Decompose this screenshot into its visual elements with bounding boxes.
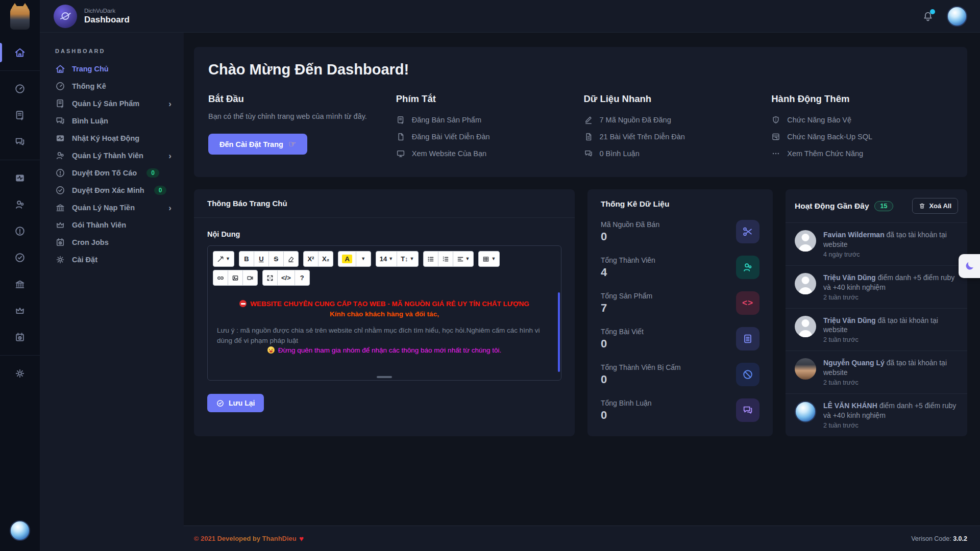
get-started-column: Bắt Đầu Bạn có thể tùy chỉnh trang web c… xyxy=(208,93,390,162)
sidebar-item-quan-ly-nap-tien[interactable]: Quản Lý Nạp Tiền › xyxy=(55,199,172,216)
shortcut-dang-ban-san-pham[interactable]: Đăng Bán Sản Phẩm xyxy=(396,111,578,128)
announcement-card-title: Thông Báo Trang Chủ xyxy=(194,189,575,218)
brand: DichVuDark Dashboard xyxy=(84,8,130,25)
cat-avatar[interactable] xyxy=(10,6,30,30)
eraser-button[interactable] xyxy=(283,251,299,267)
clear-all-button[interactable]: Xoá All xyxy=(912,198,958,214)
announcement-card: Thông Báo Trang Chủ Nội Dung ▼ xyxy=(194,189,575,436)
fullscreen-icon xyxy=(266,274,274,282)
footer: © 2021 Developed by ThanhDieu ♥ Verison … xyxy=(184,525,980,551)
rail-gauge-icon[interactable] xyxy=(0,76,40,102)
app-root: DichVuDark Dashboard DASHBOARD Trang Chủ xyxy=(0,0,980,551)
get-started-description: Bạn có thể tùy chỉnh trang web của mình … xyxy=(208,111,390,121)
superscript-button[interactable]: X² xyxy=(303,251,318,267)
activity-item: Triệu Văn Dũng đã tạo tài khoản tại webs… xyxy=(786,308,967,351)
activity-item: Nguyễn Quang Lý đã tạo tài khoản tại web… xyxy=(786,350,967,393)
sidebar-item-duyet-don-xac-minh[interactable]: Duyệt Đơn Xác Minh 0 xyxy=(55,182,172,199)
rail-check-icon[interactable] xyxy=(0,244,40,271)
strikethrough-button[interactable]: S xyxy=(268,251,284,267)
sidebar-item-cai-dat[interactable]: Cài Đặt xyxy=(55,251,172,268)
video-button[interactable] xyxy=(242,270,258,286)
sidebar-item-thong-ke[interactable]: Thống Kê xyxy=(55,78,172,95)
shortcut-dang-bai-viet[interactable]: Đăng Bài Viết Diễn Đàn xyxy=(396,128,578,145)
action-bao-ve[interactable]: Chức Năng Bảo Vệ xyxy=(771,111,953,128)
heart-icon: ♥ xyxy=(299,534,304,543)
editor-resize-handle[interactable] xyxy=(377,376,392,378)
link-icon xyxy=(217,274,224,282)
users-icon xyxy=(55,151,65,161)
ordered-list-button[interactable] xyxy=(438,251,453,267)
action-backup-sql[interactable]: Chức Năng Back-Up SQL xyxy=(771,128,953,145)
bold-button[interactable]: B xyxy=(239,251,254,267)
font-color-dropdown[interactable]: ▼ xyxy=(356,251,371,267)
winking-face-icon xyxy=(267,346,275,354)
sidebar-item-goi-thanh-vien[interactable]: Gói Thành Viên xyxy=(55,216,172,234)
help-button[interactable]: ? xyxy=(295,270,310,286)
sidebar-item-binh-luan[interactable]: Bình Luận xyxy=(55,112,172,130)
sidebar-item-quan-ly-san-pham[interactable]: Quản Lý Sản Phẩm › xyxy=(55,95,172,112)
rail-alert-icon[interactable] xyxy=(0,218,40,244)
code-view-button[interactable]: </> xyxy=(277,270,295,286)
alert-icon xyxy=(55,168,65,178)
rail-calendar-icon[interactable] xyxy=(0,324,40,350)
check-circle-icon xyxy=(216,399,224,407)
image-button[interactable] xyxy=(228,270,243,286)
avatar xyxy=(795,316,816,337)
announcement-line-4: Đừng quên tham gia nhóm để nhận các thôn… xyxy=(217,345,552,356)
editor-scrollbar[interactable] xyxy=(558,292,560,372)
no-entry-icon xyxy=(239,300,247,307)
sidebar-item-quan-ly-thanh-vien[interactable]: Quản Lý Thành Viên › xyxy=(55,147,172,164)
editor-content[interactable]: WEBSITE CHUYÊN CUNG CẤP TẠO WEB - MÃ NGU… xyxy=(208,291,561,373)
sidebar-item-duyet-don-to-cao[interactable]: Duyệt Đơn Tố Cáo 0 xyxy=(55,164,172,182)
welcome-card: Chào Mừng Đến Dashboard! Bắt Đầu Bạn có … xyxy=(194,47,967,177)
save-button[interactable]: Lưu Lại xyxy=(207,394,264,412)
quick-data-ma-nguon[interactable]: 7 Mã Nguồn Đã Đăng xyxy=(584,111,766,128)
go-to-settings-button[interactable]: Đến Cài Đặt Trang ☞ xyxy=(208,134,307,155)
product-icon xyxy=(55,98,65,109)
code-icon: <> xyxy=(736,291,760,315)
activity-item: Favian Wilderman đã tạo tài khoản tại we… xyxy=(786,222,967,265)
home-icon xyxy=(55,64,65,74)
rail-comment-icon[interactable] xyxy=(0,129,40,155)
rail-bank-icon[interactable] xyxy=(0,271,40,297)
statistics-card: Thống Kê Dữ Liệu Mã Nguồn Đã Bán 0 xyxy=(587,189,773,436)
action-xem-them[interactable]: Xem Thêm Chức Năng xyxy=(771,145,953,162)
quick-data-bai-viet[interactable]: 21 Bài Viết Trên Diễn Đàn xyxy=(584,128,766,145)
rail-user-avatar[interactable] xyxy=(10,520,30,541)
activity-icon xyxy=(55,133,65,143)
rail-users-icon[interactable] xyxy=(0,191,40,218)
chevron-right-icon: › xyxy=(168,204,172,212)
unordered-list-button[interactable] xyxy=(423,251,438,267)
dark-mode-toggle[interactable] xyxy=(959,254,980,278)
sidebar-item-trang-chu[interactable]: Trang Chủ xyxy=(55,60,172,78)
rail-activity-icon[interactable] xyxy=(0,165,40,191)
table-button[interactable]: ▼ xyxy=(478,251,500,267)
line-height-dropdown[interactable]: T↕▼ xyxy=(397,251,418,267)
rail-product-icon[interactable] xyxy=(0,102,40,129)
comment-icon xyxy=(584,149,593,158)
calendar-icon xyxy=(55,237,65,247)
font-size-dropdown[interactable]: 14▼ xyxy=(376,251,397,267)
notification-bell-icon[interactable] xyxy=(922,11,934,22)
paragraph-align-button[interactable]: ▼ xyxy=(453,251,474,267)
image-icon xyxy=(232,274,239,282)
product-icon xyxy=(396,115,405,124)
style-button[interactable]: ▼ xyxy=(213,251,234,267)
sidebar-item-cron-jobs[interactable]: Cron Jobs xyxy=(55,234,172,251)
fullscreen-button[interactable] xyxy=(262,270,278,286)
rail-home-icon[interactable] xyxy=(0,39,40,66)
video-icon xyxy=(247,274,254,282)
pointing-hand-icon: ☞ xyxy=(288,140,296,148)
profile-avatar[interactable] xyxy=(947,6,967,27)
magic-wand-icon xyxy=(217,256,224,263)
shortcut-xem-website[interactable]: Xem Website Của Bạn xyxy=(396,145,578,162)
brand-logo-icon xyxy=(54,5,77,28)
quick-data-binh-luan[interactable]: 0 Bình Luận xyxy=(584,145,766,162)
subscript-button[interactable]: X₂ xyxy=(318,251,333,267)
rail-gear-icon[interactable] xyxy=(0,360,40,387)
sidebar-item-nhat-ky[interactable]: Nhật Ký Hoạt Động xyxy=(55,130,172,147)
link-button[interactable] xyxy=(213,270,228,286)
font-color-button[interactable]: A xyxy=(338,251,356,267)
underline-button[interactable]: U xyxy=(254,251,269,267)
rail-crown-icon[interactable] xyxy=(0,297,40,324)
